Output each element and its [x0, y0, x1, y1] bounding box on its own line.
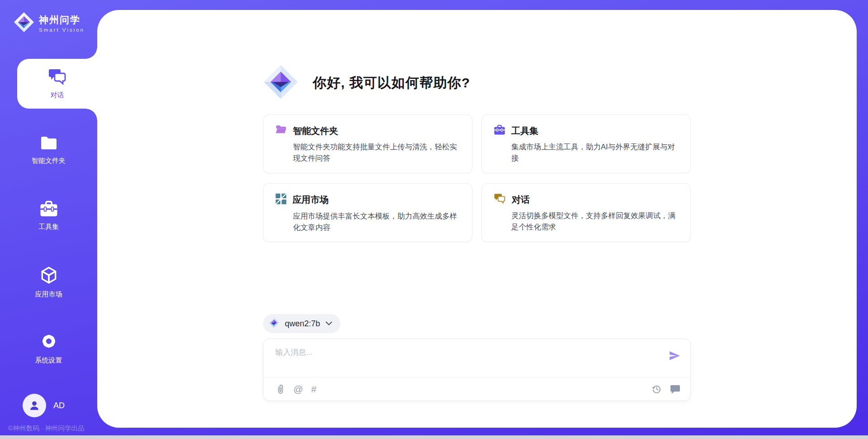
app-grid-icon — [275, 193, 287, 206]
gear-icon — [39, 332, 58, 353]
card-title: 智能文件夹 — [293, 125, 338, 137]
feature-cards: 智能文件夹 智能文件夹功能支持批量文件上传与清洗，轻松实现文件问答 — [263, 115, 691, 242]
mention-icon[interactable]: @ — [293, 384, 303, 394]
sidebar-item-toolset[interactable]: 工具集 — [0, 191, 97, 241]
folder-open-icon — [275, 124, 287, 137]
hashtag-icon[interactable]: # — [311, 384, 316, 394]
brand-diamond-logo-small — [14, 12, 34, 34]
sidebar-item-label: 应用市场 — [35, 290, 62, 299]
card-desc: 集成市场上主流工具，助力AI与外界无缝扩展与对接 — [494, 141, 679, 164]
briefcase-icon — [494, 124, 505, 137]
sidebar-item-smart-folder[interactable]: 智能文件夹 — [0, 125, 97, 175]
folder-icon — [39, 135, 58, 153]
user-account[interactable]: AD — [23, 394, 65, 417]
model-name: qwen2:7b — [285, 319, 320, 329]
brand-subtitle: Smart Vision — [39, 27, 85, 33]
cube-icon — [39, 266, 58, 286]
model-selector[interactable]: qwen2:7b — [263, 314, 340, 333]
sidebar-nav: 对话 智能文件夹 工具集 — [0, 59, 97, 389]
window-bottom-edge — [0, 435, 868, 439]
card-title: 工具集 — [511, 125, 538, 137]
chevron-down-icon — [326, 320, 332, 328]
main-panel: 你好, 我可以如何帮助你? 智能文件夹 智能文件夹功能支持批量文件上传与清洗，轻… — [97, 10, 857, 428]
model-diamond-logo — [269, 317, 279, 330]
message-composer: @ # — [263, 339, 691, 401]
content-column: 你好, 我可以如何帮助你? 智能文件夹 智能文件夹功能支持批量文件上传与清洗，轻… — [263, 10, 691, 428]
sidebar-item-settings[interactable]: 系统设置 — [0, 323, 97, 373]
card-desc: 灵活切换多模型文件，支持多样回复效果调试，满足个性化需求 — [494, 210, 679, 233]
card-app-market[interactable]: 应用市场 应用市场提供丰富长文本模板，助力高效生成多样化文章内容 — [263, 183, 472, 242]
sidebar-item-app-market[interactable]: 应用市场 — [0, 257, 97, 307]
chat-bubble-icon[interactable] — [670, 384, 680, 394]
card-chat[interactable]: 对话 灵活切换多模型文件，支持多样回复效果调试，满足个性化需求 — [481, 183, 691, 242]
card-desc: 应用市场提供丰富长文本模板，助力高效生成多样化文章内容 — [275, 210, 460, 233]
card-title: 对话 — [512, 194, 530, 206]
sidebar-item-label: 系统设置 — [35, 356, 62, 365]
history-icon[interactable] — [651, 384, 662, 394]
card-title: 应用市场 — [292, 194, 329, 206]
send-icon[interactable] — [669, 350, 680, 363]
brand: 神州问学 Smart Vision — [0, 0, 97, 34]
chat-icon — [494, 193, 506, 206]
sidebar-item-label: 智能文件夹 — [32, 157, 66, 165]
brand-diamond-logo — [263, 64, 298, 101]
briefcase-icon — [39, 200, 58, 219]
user-initials: AD — [53, 401, 65, 410]
card-desc: 智能文件夹功能支持批量文件上传与清洗，轻松实现文件问答 — [275, 141, 460, 164]
chat-icon — [48, 68, 67, 87]
sidebar: 神州问学 Smart Vision 对话 智能文件夹 — [0, 0, 97, 439]
sidebar-item-chat[interactable]: 对话 — [17, 59, 97, 109]
copyright-text: ©神州数码 · 神州问学出品 — [8, 424, 85, 433]
card-smart-folder[interactable]: 智能文件夹 智能文件夹功能支持批量文件上传与清洗，轻松实现文件问答 — [263, 115, 472, 173]
sidebar-item-label: 对话 — [51, 91, 64, 100]
brand-name: 神州问学 — [39, 14, 85, 26]
message-input[interactable] — [264, 339, 639, 357]
avatar — [23, 394, 46, 417]
greeting: 你好, 我可以如何帮助你? — [263, 64, 470, 101]
attach-file-icon[interactable] — [275, 384, 285, 395]
card-toolset[interactable]: 工具集 集成市场上主流工具，助力AI与外界无缝扩展与对接 — [481, 115, 691, 173]
composer-toolbar: @ # — [264, 377, 690, 401]
sidebar-item-label: 工具集 — [38, 223, 59, 231]
greeting-title: 你好, 我可以如何帮助你? — [313, 74, 470, 92]
